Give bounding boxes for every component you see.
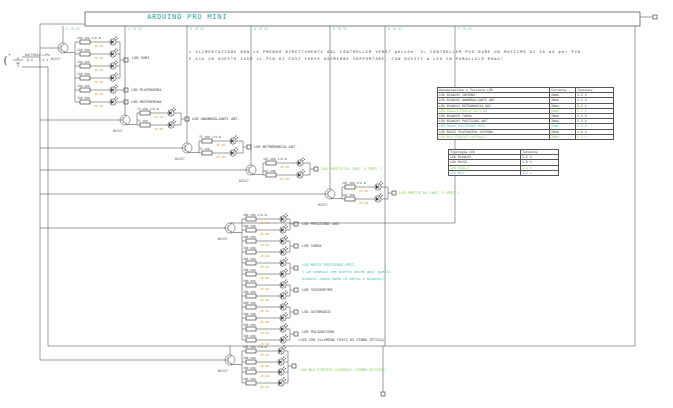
resistor-value: 220 ohm <box>77 96 90 100</box>
led-triangle <box>281 294 284 298</box>
resistor-symbol <box>246 261 256 265</box>
resistor-symbol <box>246 217 256 221</box>
led-label-plafoniera: LED PLAFONIERA <box>131 88 161 92</box>
arduino-pin-label: 3 (5 V) <box>190 27 204 31</box>
resistor-symbol <box>246 370 256 374</box>
resistor-value: 100 ohm <box>243 235 256 239</box>
current-value: 20 mA <box>94 56 103 60</box>
resistor-symbol <box>345 185 355 189</box>
led-triangle <box>279 381 282 385</box>
current-value: 20 mA <box>260 287 269 291</box>
led-triangle <box>279 370 282 374</box>
led-triangle <box>231 151 234 155</box>
led-triangle <box>376 197 379 201</box>
resistor-value: 75 ohm 1/8 W <box>199 135 221 139</box>
wire <box>249 166 253 169</box>
transistor-name: BC337 <box>113 129 123 133</box>
resistor-value: 182 ohm 1/8 W <box>342 181 366 185</box>
table-cell: 20mA <box>550 134 576 139</box>
resistor-value: 100 ohm <box>243 356 256 360</box>
resistor-symbol <box>246 228 256 232</box>
wire <box>228 224 232 227</box>
resistor-symbol <box>266 161 276 165</box>
transistor-name: BC337 <box>239 179 249 183</box>
led-triangle <box>169 111 172 115</box>
resistor-symbol <box>80 64 90 68</box>
table-cell: LED BLU STRISCE LATERALI <box>438 134 550 139</box>
wire <box>61 44 65 47</box>
connector-pad <box>314 167 318 171</box>
resistor-value: 100 ohm <box>243 224 256 228</box>
current-value: 20 mA <box>260 254 269 258</box>
resistor-value: 100 ohm <box>243 377 256 381</box>
resistor-symbol <box>246 250 256 254</box>
wire <box>328 190 332 193</box>
connector-pad <box>124 100 128 104</box>
led-triangle <box>281 228 284 232</box>
current-value: 20 mA <box>359 189 368 193</box>
led-label-anabbaglianti: LED ANABBAGLIANTI ANT. <box>192 117 240 121</box>
current-value: 20 mA <box>94 92 103 96</box>
current-value: 20 mA <box>154 115 163 119</box>
table-row: LED BLU STRISCE LATERALI20mA3.2 V <box>438 134 614 139</box>
resistor-value: 100 ohm <box>243 366 256 370</box>
resistor-symbol <box>202 151 212 155</box>
current-value: 20 mA <box>260 320 269 324</box>
led-triangle <box>231 139 234 143</box>
led-triangle <box>111 40 114 44</box>
resistor-value: 100 ohm 1/8 W <box>243 345 267 349</box>
led-triangle <box>281 338 284 342</box>
power-note-line1: L'ALIMENTAZIONE NON LA PRENDO DIRETTAMEN… <box>189 50 581 54</box>
resistor-symbol <box>246 316 256 320</box>
connector-pad <box>294 222 298 226</box>
resistor-value: 100 ohm <box>243 279 256 283</box>
resistor-value: 100 ohm <box>243 257 256 261</box>
resistor-symbol <box>80 100 90 104</box>
resistor-symbol <box>246 283 256 287</box>
resistor-value: 100 ohm <box>243 246 256 250</box>
battery-name: BATTERIA LiPo <box>25 53 50 57</box>
resistor-value: 100 ohm <box>243 268 256 272</box>
current-value: 20 mA <box>260 276 269 280</box>
led-label-targa: LED TARGA <box>302 244 321 248</box>
resistor-symbol <box>80 40 90 44</box>
led-label-tachimetro: LED TACHIMETRO <box>302 288 332 292</box>
connector-pad <box>294 332 298 336</box>
led-voltage-table: Tipologia LEDTensione LED BIANCHI3.2 VLE… <box>448 149 559 176</box>
current-value: 20 mA <box>260 243 269 247</box>
led-triangle <box>376 185 379 189</box>
led-triangle <box>279 349 282 353</box>
led-triangle <box>298 173 301 177</box>
connector-pad <box>294 310 298 314</box>
current-value: 20 mA <box>260 374 269 378</box>
table-cell: 3.2 V <box>576 134 614 139</box>
led-triangle <box>111 52 114 56</box>
led-triangle <box>298 161 301 165</box>
connector-pad <box>294 288 298 292</box>
resistor-symbol <box>266 173 276 177</box>
connector-pad <box>247 145 251 149</box>
connector-pad <box>124 58 128 62</box>
resistor-symbol <box>246 360 256 364</box>
resistor-symbol <box>246 381 256 385</box>
resistor-value: 100 ohm <box>243 323 256 327</box>
current-value: 20 mA <box>154 127 163 131</box>
arduino-title: ARDUINO PRO MINI <box>147 13 227 21</box>
led-function-table: Denominazione e funzione LEDCorrenteTens… <box>437 87 614 140</box>
current-value: 20 mA <box>94 68 103 72</box>
led-label-posizioni-post: LED ROSSI POSIZIONI POST. <box>302 263 356 267</box>
current-value: 20 mA <box>94 80 103 84</box>
current-value: 20 mA <box>260 265 269 269</box>
resistor-symbol <box>80 76 90 80</box>
resistor-value: 75 ohm 1/8 W <box>137 107 159 111</box>
battery-voltage: 8.4 - 7.4 V <box>27 58 48 62</box>
resistor-symbol <box>246 305 256 309</box>
led-triangle <box>281 261 284 265</box>
connector-pad <box>294 266 298 270</box>
resistor-value: 182 ohm <box>263 169 276 173</box>
current-value: 20 mA <box>359 201 368 205</box>
resistor-value: 220 ohm <box>77 60 90 64</box>
led-triangle <box>281 305 284 309</box>
resistor-value: 182 ohm 1/8 W <box>263 157 287 161</box>
table-cell: 3.2 V <box>521 170 559 175</box>
